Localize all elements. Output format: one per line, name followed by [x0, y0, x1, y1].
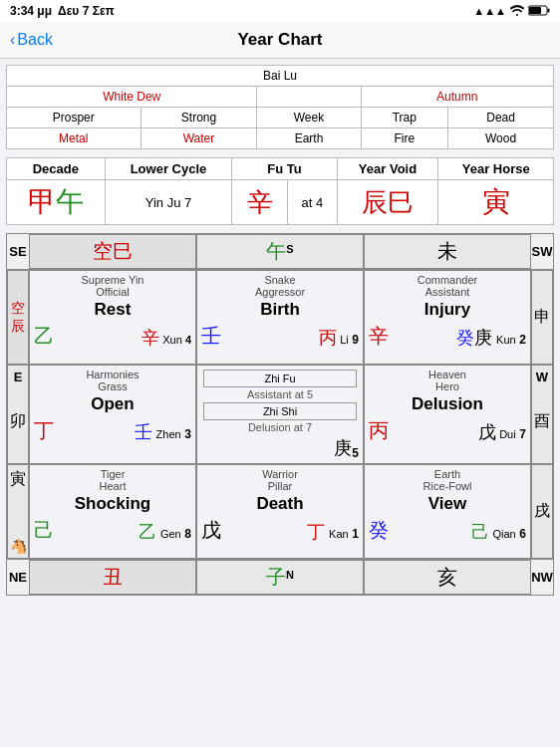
bot-right-cn: 亥 [364, 560, 531, 595]
w-footer: 丙 戊 Dui 7 [369, 417, 526, 444]
row-fire: Fire [361, 128, 448, 149]
sw-cn2b: 庚 [474, 328, 492, 348]
w-role: Hero [369, 380, 526, 392]
dir-nw: NW [531, 560, 553, 595]
palace-W: Heaven Hero Delusion 丙 戊 Dui 7 [364, 365, 531, 464]
c-cn: 庚 [334, 436, 352, 460]
row-wood: Wood [448, 128, 554, 149]
ne-top: Tiger [34, 468, 191, 480]
palace-E: Harmonies Grass Open 丁 壬 Zhen 3 [29, 365, 196, 464]
back-button[interactable]: ‹ Back [10, 31, 53, 49]
header-year-void: Year Void [337, 158, 438, 180]
s-cn1: 壬 [201, 325, 221, 347]
top-dir-row: SE 空巳 午S 未 SW [7, 234, 553, 270]
header-decade: Decade [7, 158, 106, 180]
nine-palace-grid: SE 空巳 午S 未 SW 空 辰 Supreme [6, 233, 554, 596]
palace-SE: Supreme Yin Official Rest 乙 辛 Xun 4 [29, 270, 196, 365]
dir-sw: SW [531, 234, 553, 269]
battery-icon [528, 5, 550, 18]
header-year-horse: Year Horse [438, 158, 554, 180]
s-role: Aggressor [201, 286, 359, 298]
col-trap: Trap [361, 108, 448, 128]
e-footer-right: 壬 Zhen 3 [135, 420, 191, 444]
ne-name: Shocking [34, 494, 191, 514]
side-right-mid: W 酉 [531, 365, 553, 464]
w-name: Delusion [369, 394, 526, 414]
ne-cn2: 乙 [139, 522, 156, 542]
n-num: 1 [352, 527, 359, 541]
palace-NW: Earth Rice-Fowl View 癸 己 Qian 6 [364, 464, 531, 559]
bot-left-cn: 丑 [29, 560, 196, 595]
side-cn-mao: 卯 [10, 411, 26, 432]
status-left: 3:34 μμ Δευ 7 Σεπ [10, 4, 115, 18]
palace-N: Warrior Pillar Death 戊 丁 Kan 1 [196, 464, 364, 559]
s-top: Snake [201, 274, 359, 286]
n-cn1: 戊 [201, 519, 221, 541]
ne-cn1: 己 [34, 519, 54, 541]
e-num: 3 [184, 427, 191, 441]
e-cn1: 丁 [34, 419, 54, 441]
sw-footer-left: 辛 [369, 323, 389, 350]
sw-role: Assistant [369, 286, 526, 298]
se-name: Rest [34, 300, 191, 320]
side-cn-yin: 寅 [10, 469, 26, 490]
se-xun: 辛 Xun 4 [141, 326, 191, 350]
top-left-cn: 空巳 [29, 234, 196, 269]
signal-icon: ▲▲▲ [473, 5, 506, 17]
autumn-label: Autumn [361, 87, 553, 108]
se-footer-right: 辛 Xun 4 [141, 326, 191, 350]
ne-num: 8 [184, 527, 191, 541]
c-footer: 庚 5 [201, 436, 359, 460]
se-role: Official [34, 286, 191, 298]
e-role: Grass [34, 380, 191, 392]
side-left-bot: 寅 🐴 [7, 464, 29, 559]
col-strong: Strong [140, 108, 257, 128]
w-txt: Dui [499, 428, 516, 440]
w-footer-left: 丙 [369, 417, 389, 444]
ne-footer-left: 己 [34, 517, 54, 544]
col-prosper: Prosper [7, 108, 141, 128]
nw-footer-right: 己 Qian 6 [471, 520, 526, 544]
svg-rect-1 [548, 8, 550, 12]
e-footer: 丁 壬 Zhen 3 [34, 417, 191, 444]
w-top: Heaven [369, 369, 526, 380]
w-num: 7 [519, 427, 526, 441]
back-label: Back [17, 31, 53, 49]
se-cn1: 乙 [34, 325, 54, 347]
e-name: Open [34, 394, 191, 414]
nw-cn2: 己 [471, 522, 489, 542]
sw-cn2a: 癸 [456, 328, 474, 348]
ne-footer: 己 乙 Gen 8 [34, 517, 191, 544]
sw-name: Injury [369, 300, 526, 320]
nw-num: 6 [519, 527, 526, 541]
header-fu-tu: Fu Tu [232, 158, 337, 180]
palace-C: Zhi Fu Assistant at 5 Zhi Shi Delusion a… [196, 365, 364, 464]
e-footer-left: 丁 [34, 417, 54, 444]
col-dead: Dead [448, 108, 554, 128]
side-right-top: 申 [531, 270, 553, 365]
s-footer-left: 壬 [201, 323, 221, 350]
page-title: Year Chart [237, 30, 322, 50]
s-footer: 壬 丙 Li 9 [201, 323, 359, 350]
sw-txt: Kun [496, 334, 516, 346]
e-txt: Zhen [156, 428, 181, 440]
svg-rect-2 [529, 7, 541, 14]
dir-e: E [14, 370, 23, 384]
header-lower-cycle: Lower Cycle [105, 158, 232, 180]
decade-cn-char2: 午 [56, 186, 84, 217]
side-cn-xu: 戌 [534, 501, 550, 522]
side-left-mid: E 卯 [7, 365, 29, 464]
sw-cn1: 辛 [369, 325, 389, 347]
w-footer-right: 戊 Dui 7 [478, 420, 526, 444]
decade-cn-char1: 甲 [28, 186, 56, 217]
n-cn2: 丁 [307, 522, 325, 542]
se-txt: Xun [162, 334, 182, 346]
main-content: Bai Lu White Dew Autumn Prosper Strong W… [0, 59, 560, 602]
se-footer: 乙 辛 Xun 4 [34, 323, 191, 350]
dir-w: W [536, 370, 548, 384]
row-earth: Earth [257, 128, 361, 149]
bot-dir-row: NE 丑 子N 亥 NW [7, 559, 553, 595]
palace-SW: Commander Assistant Injury 辛 癸庚 Kun 2 [364, 270, 531, 365]
side-right-bot: 戌 [531, 464, 553, 559]
row-metal: Metal [7, 128, 141, 149]
